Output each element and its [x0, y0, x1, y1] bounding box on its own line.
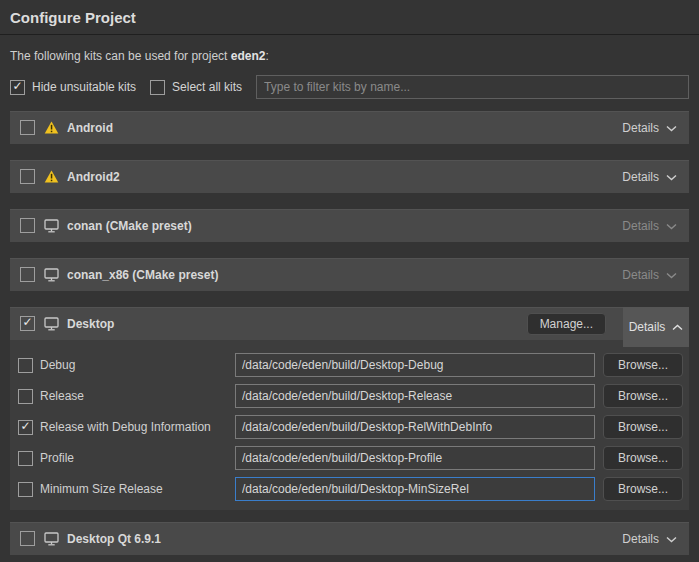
- page-title: Configure Project: [0, 0, 699, 35]
- kit-checkbox[interactable]: [20, 531, 35, 546]
- build-path-input[interactable]: [235, 353, 595, 377]
- kit-name: conan_x86 (CMake preset): [67, 268, 218, 282]
- kit-name: conan (CMake preset): [67, 219, 192, 233]
- kit-row-android2: Android2 Details: [10, 160, 689, 193]
- filter-row: Hide unsuitable kits Select all kits: [10, 75, 689, 99]
- warning-icon: [44, 121, 59, 134]
- kit-name: Desktop: [67, 317, 114, 331]
- build-path-input[interactable]: [235, 446, 595, 470]
- details-label: Details: [629, 320, 666, 334]
- project-name: eden2: [231, 49, 266, 63]
- config-checkbox[interactable]: [18, 389, 33, 404]
- intro-text: The following kits can be used for proje…: [10, 49, 689, 63]
- intro-prefix: The following kits can be used for proje…: [10, 49, 231, 63]
- checkbox-label: Hide unsuitable kits: [32, 80, 136, 94]
- config-row-debug: Debug Browse...: [10, 353, 683, 377]
- kit-checkbox[interactable]: [20, 169, 35, 184]
- details-button[interactable]: Details: [622, 219, 677, 233]
- checkbox-box[interactable]: [10, 80, 25, 95]
- config-row-relwithdebinfo: Release with Debug Information Browse...: [10, 415, 683, 439]
- checkbox-label: Select all kits: [172, 80, 242, 94]
- browse-button[interactable]: Browse...: [603, 477, 683, 501]
- config-row-release: Release Browse...: [10, 384, 683, 408]
- kit-name: Android2: [67, 170, 120, 184]
- build-path-input[interactable]: [235, 415, 595, 439]
- intro-suffix: :: [265, 49, 268, 63]
- chevron-down-icon: [666, 268, 677, 282]
- browse-button[interactable]: Browse...: [603, 384, 683, 408]
- details-label: Details: [622, 170, 659, 184]
- kit-row-desktop: Desktop Manage...: [10, 307, 689, 340]
- kit-checkbox[interactable]: [20, 267, 35, 282]
- config-checkbox[interactable]: [18, 482, 33, 497]
- details-button[interactable]: Details: [622, 532, 677, 546]
- build-path-input[interactable]: [235, 384, 595, 408]
- config-label: Profile: [40, 451, 235, 465]
- chevron-down-icon: [666, 219, 677, 233]
- chevron-down-icon: [666, 121, 677, 135]
- browse-button[interactable]: Browse...: [603, 353, 683, 377]
- details-button[interactable]: Details: [622, 121, 677, 135]
- build-path-input[interactable]: [235, 477, 595, 501]
- config-label: Release: [40, 389, 235, 403]
- kit-checkbox[interactable]: [20, 120, 35, 135]
- hide-unsuitable-kits-checkbox[interactable]: Hide unsuitable kits: [10, 80, 136, 95]
- chevron-up-icon: [672, 320, 683, 334]
- config-checkbox[interactable]: [18, 420, 33, 435]
- kit-section-desktop: Desktop Manage... Details Debug Browse..…: [10, 307, 689, 510]
- config-row-profile: Profile Browse...: [10, 446, 683, 470]
- kit-name: Desktop Qt 6.9.1: [67, 532, 161, 546]
- desktop-icon: [44, 317, 59, 331]
- kit-row-conan-x86: conan_x86 (CMake preset) Details: [10, 258, 689, 291]
- desktop-icon: [44, 219, 59, 233]
- config-label: Minimum Size Release: [40, 482, 235, 496]
- kit-filter-input[interactable]: [256, 75, 689, 99]
- kit-checkbox[interactable]: [20, 316, 35, 331]
- kit-list: Android Details Android2 Details conan (…: [10, 111, 689, 555]
- desktop-icon: [44, 268, 59, 282]
- config-checkbox[interactable]: [18, 451, 33, 466]
- select-all-kits-checkbox[interactable]: Select all kits: [150, 80, 242, 95]
- kit-row-conan: conan (CMake preset) Details: [10, 209, 689, 242]
- warning-icon: [44, 170, 59, 183]
- chevron-down-icon: [666, 532, 677, 546]
- details-label: Details: [622, 268, 659, 282]
- manage-button[interactable]: Manage...: [527, 313, 606, 335]
- details-label: Details: [622, 219, 659, 233]
- details-label: Details: [622, 532, 659, 546]
- kit-row-desktop-qt: Desktop Qt 6.9.1 Details: [10, 522, 689, 555]
- config-row-minsizerel: Minimum Size Release Browse...: [10, 477, 683, 501]
- config-checkbox[interactable]: [18, 358, 33, 373]
- kit-row-android: Android Details: [10, 111, 689, 144]
- kit-name: Android: [67, 121, 113, 135]
- config-label: Release with Debug Information: [40, 420, 235, 434]
- checkbox-box[interactable]: [150, 80, 165, 95]
- browse-button[interactable]: Browse...: [603, 446, 683, 470]
- details-button[interactable]: Details: [622, 170, 677, 184]
- config-label: Debug: [40, 358, 235, 372]
- kit-checkbox[interactable]: [20, 218, 35, 233]
- details-label: Details: [622, 121, 659, 135]
- details-button[interactable]: Details: [622, 268, 677, 282]
- desktop-icon: [44, 532, 59, 546]
- browse-button[interactable]: Browse...: [603, 415, 683, 439]
- chevron-down-icon: [666, 170, 677, 184]
- details-button-expanded[interactable]: Details: [623, 307, 689, 347]
